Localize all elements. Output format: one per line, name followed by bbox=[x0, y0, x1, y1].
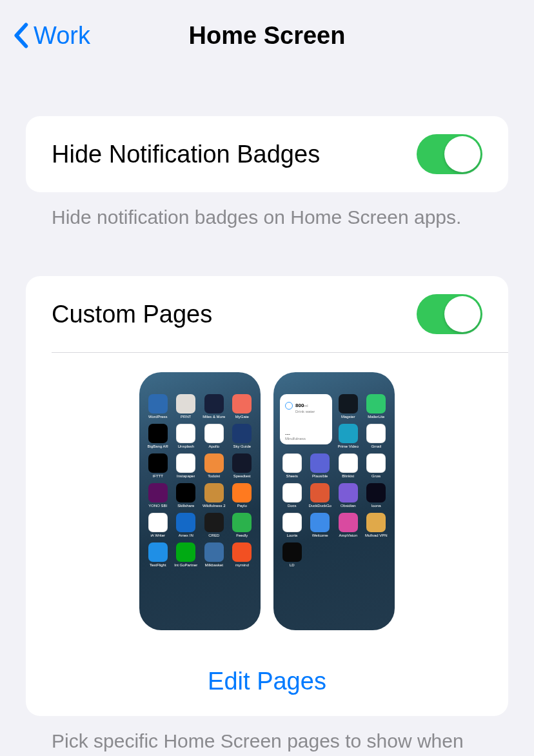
app-label: Blinkist bbox=[342, 474, 354, 478]
app-item: MailerLite bbox=[364, 394, 389, 419]
custom-pages-toggle[interactable] bbox=[417, 294, 482, 334]
toggle-knob bbox=[444, 296, 480, 332]
app-item: Prime Video bbox=[336, 424, 361, 448]
app-item: Paylo bbox=[230, 483, 255, 508]
app-icon bbox=[148, 394, 168, 413]
app-icon bbox=[339, 424, 358, 443]
app-item: PRNT bbox=[174, 394, 199, 419]
app-icon bbox=[310, 513, 330, 532]
app-icon bbox=[148, 513, 168, 532]
app-item: Sky Guide bbox=[230, 424, 255, 448]
app-icon bbox=[176, 542, 195, 562]
edit-pages-button[interactable]: Edit Pages bbox=[208, 668, 326, 695]
app-icon bbox=[204, 542, 224, 562]
app-item: Milkbasket bbox=[202, 542, 226, 567]
app-item: TestFlight bbox=[146, 542, 170, 567]
app-icon bbox=[339, 513, 358, 532]
app-icon bbox=[176, 424, 195, 443]
app-item: Obsidian bbox=[336, 483, 361, 508]
page-preview-2[interactable]: 800mlDrink water---MindfulnessMagsterMai… bbox=[273, 372, 395, 630]
app-icon bbox=[176, 394, 195, 413]
app-item: IFTTT bbox=[146, 453, 170, 478]
hide-badges-group: Hide Notification Badges bbox=[26, 116, 508, 192]
app-label: Looria bbox=[286, 533, 297, 537]
app-item: Blinkist bbox=[336, 453, 361, 478]
app-label: Paylo bbox=[237, 504, 247, 508]
app-label: Feedly bbox=[236, 533, 248, 537]
app-icon bbox=[366, 513, 386, 532]
app-label: MailerLite bbox=[368, 415, 384, 419]
app-item: AmpVision bbox=[336, 513, 361, 537]
app-label: TestFlight bbox=[150, 563, 166, 567]
app-icon bbox=[204, 394, 224, 413]
app-item: Welcome bbox=[308, 513, 333, 537]
back-button[interactable]: Work bbox=[13, 22, 90, 50]
app-icon bbox=[310, 483, 330, 502]
back-label: Work bbox=[34, 22, 90, 50]
app-label: Sky Guide bbox=[233, 444, 251, 448]
custom-pages-group: Custom Pages WordPressPRNTMiles & MoreMy… bbox=[26, 276, 508, 716]
app-label: Obsidian bbox=[341, 504, 356, 508]
app-label: mymind bbox=[235, 563, 249, 567]
app-label: AmpVision bbox=[339, 533, 357, 537]
app-label: Speedtest bbox=[233, 474, 251, 478]
app-label: loona bbox=[371, 504, 381, 508]
app-icon bbox=[204, 483, 224, 502]
app-item: YONO SBI bbox=[146, 483, 170, 508]
app-icon bbox=[232, 453, 252, 473]
app-icon bbox=[176, 513, 195, 532]
app-item: iA Writer bbox=[146, 513, 170, 537]
app-item: CRED bbox=[202, 513, 226, 537]
app-item: Feedly bbox=[230, 513, 255, 537]
app-item: Instapaper bbox=[174, 453, 199, 478]
app-item: Sheets bbox=[280, 453, 304, 478]
app-icon bbox=[232, 513, 252, 532]
app-label: Docs bbox=[288, 504, 297, 508]
toggle-knob bbox=[444, 136, 480, 172]
grow-widget: 800mlDrink water---Mindfulness bbox=[280, 394, 332, 444]
app-icon bbox=[339, 394, 358, 413]
app-label: YONO SBI bbox=[148, 504, 167, 508]
custom-pages-footer: Pick specific Home Screen pages to show … bbox=[26, 728, 508, 756]
app-label: IFTTT bbox=[153, 474, 163, 478]
custom-pages-row: Custom Pages bbox=[26, 276, 508, 352]
app-item: Grow bbox=[364, 453, 389, 478]
app-icon bbox=[148, 453, 168, 473]
page-preview-1[interactable]: WordPressPRNTMiles & MoreMyGateBigBang A… bbox=[139, 372, 261, 630]
app-label: BigBang AR bbox=[148, 444, 168, 448]
app-label: Grow bbox=[371, 474, 381, 478]
app-item: WordPress bbox=[146, 394, 170, 419]
app-icon bbox=[232, 394, 252, 413]
app-icon bbox=[232, 483, 252, 502]
app-icon bbox=[232, 542, 252, 562]
hide-badges-toggle[interactable] bbox=[417, 134, 482, 174]
app-item: loona bbox=[364, 483, 389, 508]
app-label: DuckDuckGo bbox=[309, 504, 331, 508]
app-item: Plausible bbox=[308, 453, 333, 478]
app-label: Miles & More bbox=[203, 415, 225, 419]
app-item: Amex IN bbox=[174, 513, 199, 537]
app-label: Mullvad VPN bbox=[365, 533, 388, 537]
app-label: Unsplash bbox=[178, 444, 194, 448]
app-item: Gmail bbox=[364, 424, 389, 448]
app-item: BigBang AR bbox=[146, 424, 170, 448]
page-title: Home Screen bbox=[189, 22, 346, 50]
app-label: Milkbasket bbox=[205, 563, 223, 567]
hide-badges-label: Hide Notification Badges bbox=[52, 141, 320, 168]
app-label: CRED bbox=[208, 533, 219, 537]
app-icon bbox=[282, 513, 302, 532]
app-label: Welcome bbox=[312, 533, 328, 537]
custom-pages-label: Custom Pages bbox=[52, 301, 212, 328]
app-icon bbox=[176, 483, 195, 502]
app-label: LD bbox=[290, 563, 295, 567]
water-drop-icon bbox=[285, 402, 293, 410]
app-icon bbox=[204, 424, 224, 443]
app-label: WordPress bbox=[148, 415, 168, 419]
app-icon bbox=[204, 513, 224, 532]
app-item: Apollo bbox=[202, 424, 226, 448]
app-icon bbox=[148, 424, 168, 443]
app-label: Wildfulness 2 bbox=[203, 504, 226, 508]
app-icon bbox=[366, 424, 386, 443]
app-icon bbox=[282, 542, 302, 562]
app-item: Miles & More bbox=[202, 394, 226, 419]
